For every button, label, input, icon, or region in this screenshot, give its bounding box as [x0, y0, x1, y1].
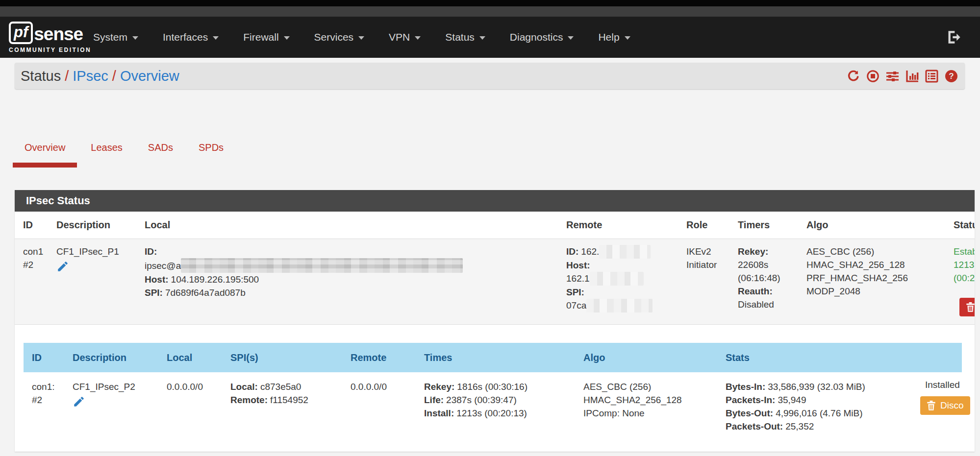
col-header-description: Description: [56, 219, 145, 231]
col-header-local: Local: [167, 352, 230, 363]
child-spis-cell: Local:c873e5a0 Remote:f1154952: [230, 380, 351, 433]
svg-text:?: ?: [949, 72, 954, 81]
col-header-local: Local: [145, 219, 566, 231]
breadcrumb-bar: Status/IPsec/Overview ?: [15, 63, 965, 89]
ipsec-tabs: Overview Leases SADs SPDs: [13, 142, 235, 168]
tab-spds[interactable]: SPDs: [187, 142, 235, 168]
window-top-strip: [0, 0, 980, 6]
col-header-description: Description: [73, 352, 167, 363]
col-header-remote: Remote: [351, 352, 424, 363]
ipsec-status-panel: IPsec Status ID Description Local Remote…: [15, 190, 975, 452]
page-actions: ?: [847, 63, 958, 89]
menu-diagnostics[interactable]: Diagnostics: [510, 31, 574, 43]
ike-timers-cell: Rekey: 22608s (06:16:48) Reauth: Disable…: [738, 245, 806, 316]
child-algo-cell: AES_CBC (256) HMAC_SHA2_256_128 IPComp: …: [583, 380, 726, 433]
status-installed: Installed: [925, 378, 975, 391]
child-status-cell: Installed Disco: [925, 378, 975, 415]
col-header-role: Role: [686, 219, 738, 231]
col-header-algo: Algo: [806, 219, 939, 231]
logo-sense-text: sense: [34, 24, 83, 44]
child-local-cell: 0.0.0.0/0: [167, 380, 230, 433]
menu-firewall[interactable]: Firewall: [243, 31, 289, 43]
ike-algo-cell: AES_CBC (256) HMAC_SHA2_256_128 PRF_HMAC…: [806, 245, 939, 316]
col-header-id: ID: [32, 352, 73, 363]
child-table-header: ID Description Local SPI(s) Remote Times…: [24, 343, 962, 372]
pfsense-ipsec-status-page: pf sense COMMUNITY EDITION System Interf…: [0, 0, 980, 456]
ike-role-cell: IKEv2 Initiator: [686, 245, 738, 316]
edit-icon[interactable]: [56, 260, 69, 273]
disconnect-button[interactable]: Dis: [959, 298, 975, 316]
chart-icon[interactable]: [905, 70, 919, 83]
top-navbar: pf sense COMMUNITY EDITION System Interf…: [0, 17, 980, 58]
chevron-down-icon: [213, 36, 219, 40]
ike-id-cell: con1 #2: [23, 245, 56, 316]
chevron-down-icon: [479, 36, 485, 40]
col-header-status: Status: [939, 219, 975, 231]
stop-icon[interactable]: [866, 70, 879, 83]
pfsense-logo[interactable]: pf sense COMMUNITY EDITION: [9, 22, 91, 53]
trash-icon: [966, 302, 975, 312]
tab-overview[interactable]: Overview: [13, 142, 77, 168]
breadcrumb: Status/IPsec/Overview: [15, 68, 179, 84]
redacted-remote-host: [590, 272, 644, 286]
breadcrumb-overview-link[interactable]: Overview: [120, 68, 179, 84]
redacted-local-id: [181, 258, 463, 273]
col-header-spis: SPI(s): [230, 352, 351, 363]
child-id-cell: con1: #2: [32, 380, 73, 433]
disconnect-p2-button[interactable]: Disco: [920, 396, 970, 415]
col-header-times: Times: [424, 352, 583, 363]
window-title-strip: [0, 6, 980, 17]
chevron-down-icon: [415, 36, 421, 40]
trash-icon: [927, 401, 936, 411]
menu-help[interactable]: Help: [598, 31, 630, 43]
sign-out-icon[interactable]: [946, 29, 962, 45]
child-times-cell: Rekey:1816s (00:30:16) Life:2387s (00:39…: [424, 380, 583, 433]
col-header-remote: Remote: [566, 219, 686, 231]
menu-interfaces[interactable]: Interfaces: [163, 31, 219, 43]
menu-status[interactable]: Status: [445, 31, 485, 43]
list-icon[interactable]: [925, 70, 938, 83]
status-established: Establ: [954, 245, 975, 258]
breadcrumb-ipsec-link[interactable]: IPsec: [73, 68, 108, 84]
ike-description-cell: CF1_IPsec_P1: [56, 245, 145, 316]
ike-table-header: ID Description Local Remote Role Timers …: [15, 212, 975, 239]
logo-pf-mark: pf: [9, 22, 33, 44]
chevron-down-icon: [568, 36, 574, 40]
child-sa-table: ID Description Local SPI(s) Remote Times…: [24, 343, 962, 433]
main-menu: System Interfaces Firewall Services VPN …: [93, 17, 655, 58]
col-header-stats: Stats: [726, 352, 954, 363]
sliders-icon[interactable]: [886, 70, 899, 83]
menu-system[interactable]: System: [93, 31, 138, 43]
ike-status-cell: Establ 1213 s (00:20 Dis: [939, 245, 975, 316]
redacted-remote-spi: [586, 299, 653, 312]
child-description-cell: CF1_IPsec_P2: [73, 380, 167, 433]
breadcrumb-status: Status: [21, 68, 61, 84]
help-icon[interactable]: ?: [945, 70, 958, 83]
child-stats-cell: Bytes-In:33,586,939 (32.03 MiB) Packets-…: [726, 380, 954, 433]
ike-remote-cell: ID:162. Host: 162.1 SPI: 07ca: [566, 245, 686, 316]
menu-vpn[interactable]: VPN: [389, 31, 421, 43]
child-remote-cell: 0.0.0.0/0: [351, 380, 424, 433]
col-header-timers: Timers: [738, 219, 806, 231]
refresh-icon[interactable]: [847, 70, 860, 83]
chevron-down-icon: [284, 36, 290, 40]
child-table-row: con1: #2 CF1_IPsec_P2 0.0.0.0/0 Local:c8…: [24, 372, 962, 433]
chevron-down-icon: [625, 36, 630, 40]
menu-services[interactable]: Services: [314, 31, 365, 43]
col-header-id: ID: [23, 219, 56, 231]
logo-edition-label: COMMUNITY EDITION: [9, 47, 91, 53]
tab-sads[interactable]: SADs: [136, 142, 185, 168]
ike-local-cell: ID: ipsec@a Host:104.189.226.195:500 SPI…: [145, 245, 566, 316]
ike-table-row: con1 #2 CF1_IPsec_P1 ID: ipsec@a Host:10…: [15, 239, 975, 325]
chevron-down-icon: [132, 36, 138, 40]
col-header-algo: Algo: [583, 352, 726, 363]
panel-title: IPsec Status: [15, 190, 975, 212]
edit-icon[interactable]: [73, 395, 85, 408]
chevron-down-icon: [358, 36, 364, 40]
tab-leases[interactable]: Leases: [79, 142, 134, 168]
redacted-remote-id: [599, 245, 651, 259]
